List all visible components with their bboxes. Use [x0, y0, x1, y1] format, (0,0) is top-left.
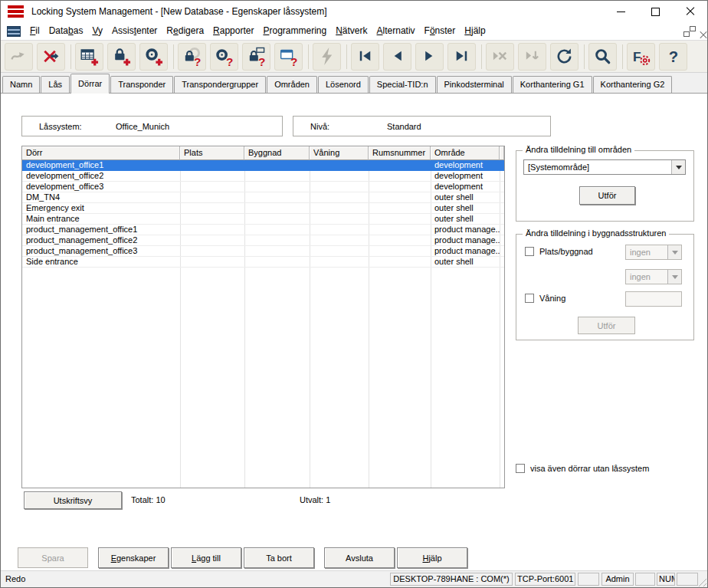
tab-pinkodsterminal[interactable]: Pinkodsterminal: [437, 76, 512, 93]
tab-l-s[interactable]: Lås: [41, 76, 70, 93]
table-row[interactable]: development_office3development: [22, 182, 504, 192]
empty-cell: [310, 203, 369, 213]
table-row[interactable]: Main entranceouter shell: [22, 214, 504, 225]
print-view-button[interactable]: Utskriftsvy: [24, 491, 122, 509]
refresh-button[interactable]: [550, 43, 579, 71]
tab-l-senord[interactable]: Lösenord: [318, 76, 369, 93]
table-row[interactable]: Emergency exitouter shell: [22, 203, 504, 214]
new-locking-system-icon: [80, 47, 99, 66]
tab-special-tid-n[interactable]: Special-TID:n: [369, 76, 436, 93]
column-header-rumsnummer[interactable]: Rumsnummer: [369, 146, 431, 160]
menu-item-hj-lp[interactable]: Hjälp: [460, 22, 490, 40]
read-locknode-button[interactable]: ?: [242, 43, 270, 71]
show-doors-checkbox[interactable]: [516, 464, 525, 473]
skip-down-button[interactable]: [518, 43, 546, 71]
building-dropdown-arrow-icon[interactable]: [667, 270, 681, 284]
column-header-blank: [500, 146, 504, 160]
search-button[interactable]: [588, 43, 617, 71]
area-dropdown[interactable]: [Systemområde]: [523, 159, 686, 175]
nav-first-button[interactable]: [351, 43, 379, 71]
menu-item-programmering[interactable]: Programmering: [258, 22, 331, 40]
building-dropdown[interactable]: ingen: [625, 269, 682, 284]
menu-item-databas[interactable]: Databas: [44, 22, 88, 40]
avsluta-button[interactable]: Avsluta: [324, 547, 395, 568]
spara-button[interactable]: Spara: [18, 547, 88, 568]
new-transponder-button[interactable]: [139, 43, 168, 71]
minimize-button[interactable]: [604, 1, 638, 22]
column-header-byggnad[interactable]: Byggnad: [244, 146, 310, 160]
tab-namn[interactable]: Namn: [2, 76, 40, 93]
column-header-omr-de[interactable]: Område: [431, 146, 500, 160]
floor-checkbox[interactable]: [525, 294, 534, 303]
tab-transpondergrupper[interactable]: Transpondergrupper: [174, 76, 266, 93]
area-dropdown-arrow-icon[interactable]: [671, 160, 685, 174]
column-header-d-rr[interactable]: Dörr: [22, 146, 180, 160]
toolbar-separator: [346, 44, 347, 69]
empty-cell: [369, 160, 431, 170]
row-filler: [500, 246, 504, 256]
door-cell: DM_TN4: [22, 192, 180, 202]
cancel-skip-icon: [490, 47, 510, 66]
read-transponder-button[interactable]: ?: [210, 43, 238, 71]
site-building-checkbox[interactable]: [525, 247, 534, 256]
table-row[interactable]: development_office1development: [22, 160, 504, 171]
menu-item-n-tverk[interactable]: Nätverk: [331, 22, 372, 40]
egenskaper-button[interactable]: Egenskaper: [98, 547, 169, 568]
doors-table: DörrPlatsByggnadVåningRumsnummerOmråde d…: [21, 146, 505, 488]
building-dropdown-value: ingen: [630, 272, 651, 281]
table-row[interactable]: product_management_office3product manage…: [22, 246, 504, 257]
discard-button[interactable]: [37, 43, 65, 71]
tab-korthantering-g2[interactable]: Korthantering G2: [593, 76, 673, 93]
cancel-skip-button[interactable]: [486, 43, 514, 71]
area-execute-button[interactable]: Utför: [579, 186, 635, 205]
close-button[interactable]: [673, 1, 707, 22]
hj-lp-button[interactable]: Hjälp: [397, 547, 467, 568]
area-cell: product manage...: [431, 235, 500, 245]
read-lock-button[interactable]: ?: [178, 43, 206, 71]
area-cell: outer shell: [431, 192, 500, 202]
nav-last-button[interactable]: [447, 43, 476, 71]
menu-item-rapporter[interactable]: Rapporter: [208, 22, 258, 40]
maximize-button[interactable]: [638, 1, 673, 22]
menu-item-f-nster[interactable]: Fönster: [420, 22, 461, 40]
empty-cell: [369, 171, 431, 181]
menu-item-assistenter[interactable]: Assistenter: [107, 22, 162, 40]
new-lock-button[interactable]: [107, 43, 136, 71]
tab-korthantering-g1[interactable]: Korthantering G1: [513, 76, 592, 93]
empty-cell: [244, 225, 310, 235]
menu-item-fil[interactable]: Fil: [25, 22, 44, 40]
tab-omr-den[interactable]: Områden: [267, 76, 317, 93]
table-row[interactable]: product_management_office1product manage…: [22, 225, 504, 235]
toolbar-separator: [622, 44, 623, 69]
column-header-v-ning[interactable]: Våning: [310, 146, 369, 160]
site-dropdown-arrow-icon[interactable]: [667, 245, 681, 259]
program-button[interactable]: [313, 43, 341, 71]
floor-input[interactable]: [625, 291, 682, 307]
nav-prev-button[interactable]: [383, 43, 411, 71]
area-cell: development: [431, 160, 500, 170]
nav-prev-icon: [388, 47, 407, 66]
nav-next-button[interactable]: [415, 43, 444, 71]
read-window-button[interactable]: ?: [274, 43, 303, 71]
table-row[interactable]: DM_TN4outer shell: [22, 192, 504, 203]
new-locking-system-button[interactable]: [75, 43, 103, 71]
site-dropdown[interactable]: ingen: [625, 245, 682, 260]
building-execute-button[interactable]: Utför: [578, 317, 635, 334]
system-menu-icon[interactable]: [7, 26, 21, 37]
column-header-plats[interactable]: Plats: [180, 146, 244, 160]
table-row[interactable]: Side entranceouter shell: [22, 257, 504, 268]
floor-row: Våning: [525, 294, 565, 303]
table-row[interactable]: development_office2development: [22, 171, 504, 182]
tab-d-rrar[interactable]: Dörrar: [70, 74, 110, 94]
menu-item-alternativ[interactable]: Alternativ: [372, 22, 420, 40]
menu-item-vy[interactable]: Vy: [87, 22, 107, 40]
tab-transponder[interactable]: Transponder: [110, 76, 173, 93]
l-gg-till-button[interactable]: Lägg till: [171, 547, 241, 568]
site-dropdown-value: ingen: [630, 248, 651, 257]
menu-item-redigera[interactable]: Redigera: [162, 22, 208, 40]
undo-button[interactable]: [5, 43, 33, 71]
table-row[interactable]: product_management_office2product manage…: [22, 235, 504, 246]
help-button[interactable]: ?: [659, 43, 687, 71]
ta-bort-button[interactable]: Ta bort: [244, 547, 314, 568]
filter-settings-button[interactable]: F: [627, 43, 655, 71]
